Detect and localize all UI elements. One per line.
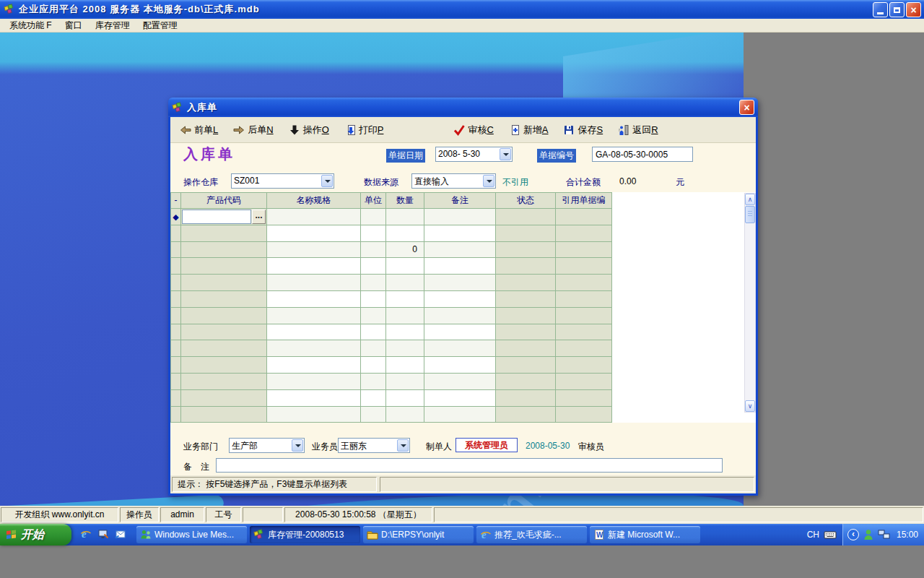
grid-cell[interactable] bbox=[361, 340, 386, 357]
grid-cell[interactable] bbox=[361, 324, 386, 341]
dialog-close-button[interactable]: × bbox=[739, 100, 754, 115]
audit-button[interactable]: 审核C bbox=[453, 124, 493, 137]
grid-cell[interactable] bbox=[267, 407, 361, 423]
grid-cell[interactable] bbox=[361, 357, 386, 374]
chevron-down-icon[interactable] bbox=[321, 175, 333, 187]
grid-cell[interactable] bbox=[267, 258, 361, 275]
grid-cell[interactable] bbox=[181, 258, 267, 275]
grid-cell[interactable] bbox=[556, 275, 612, 291]
prev-doc-button[interactable]: 前单L bbox=[180, 124, 218, 137]
grid-cell[interactable] bbox=[181, 242, 267, 259]
show-desktop-icon[interactable] bbox=[97, 528, 110, 541]
grid-cell[interactable] bbox=[556, 407, 612, 423]
grid-cell[interactable] bbox=[267, 308, 361, 324]
grid-cell[interactable] bbox=[556, 340, 612, 357]
grid-cell[interactable] bbox=[556, 258, 612, 275]
grid-cell[interactable] bbox=[361, 374, 386, 390]
row-selector[interactable] bbox=[171, 291, 181, 308]
grid-cell[interactable] bbox=[386, 209, 424, 225]
grid-cell[interactable] bbox=[386, 390, 424, 407]
grid-cell[interactable] bbox=[496, 209, 556, 225]
scrollbar-thumb[interactable] bbox=[745, 206, 755, 223]
row-selector[interactable] bbox=[171, 258, 181, 275]
row-selector[interactable] bbox=[171, 390, 181, 407]
grid-cell[interactable] bbox=[181, 374, 267, 390]
doc-no-input[interactable] bbox=[592, 147, 693, 162]
row-selector[interactable] bbox=[171, 357, 181, 374]
product-code-input[interactable] bbox=[182, 210, 251, 224]
grid-cell[interactable] bbox=[361, 242, 386, 259]
grid-cell[interactable] bbox=[556, 291, 612, 308]
grid-cell[interactable] bbox=[556, 242, 612, 259]
ie-icon[interactable]: e bbox=[80, 528, 93, 541]
grid-cell[interactable] bbox=[361, 225, 386, 242]
grid-cell[interactable] bbox=[556, 225, 612, 242]
grid-cell[interactable] bbox=[386, 324, 424, 341]
start-button[interactable]: 开始 bbox=[0, 524, 71, 545]
grid-cell[interactable] bbox=[386, 275, 424, 291]
row-selector[interactable] bbox=[171, 340, 181, 357]
grid-cell[interactable] bbox=[496, 324, 556, 341]
grid-cell[interactable] bbox=[556, 308, 612, 324]
grid-cell[interactable] bbox=[267, 225, 361, 242]
grid-cell[interactable] bbox=[181, 275, 267, 291]
row-selector[interactable] bbox=[171, 324, 181, 341]
grid-cell[interactable] bbox=[386, 340, 424, 357]
grid-cell[interactable] bbox=[181, 340, 267, 357]
grid-cell[interactable] bbox=[424, 275, 496, 291]
hide-icons-chevron-icon[interactable]: ‹ bbox=[847, 529, 859, 540]
grid-cell[interactable] bbox=[424, 390, 496, 407]
product-code-editor[interactable]: ... bbox=[181, 209, 266, 225]
grid-cell[interactable] bbox=[181, 407, 267, 423]
grid-cell[interactable] bbox=[424, 258, 496, 275]
grid-cell[interactable] bbox=[496, 308, 556, 324]
grid-cell[interactable] bbox=[424, 374, 496, 390]
grid-cell[interactable] bbox=[267, 374, 361, 390]
grid-cell[interactable] bbox=[556, 390, 612, 407]
outlook-icon[interactable] bbox=[115, 528, 128, 541]
grid-cell[interactable] bbox=[386, 291, 424, 308]
grid-cell[interactable] bbox=[267, 209, 361, 225]
grid-cell[interactable] bbox=[386, 407, 424, 423]
grid-cell[interactable] bbox=[181, 308, 267, 324]
remark-input[interactable] bbox=[216, 458, 723, 473]
grid-cell[interactable] bbox=[361, 390, 386, 407]
grid-cell[interactable] bbox=[556, 324, 612, 341]
grid-cell[interactable] bbox=[181, 357, 267, 374]
menu-item-1[interactable]: 窗口 bbox=[58, 19, 89, 33]
dept-select[interactable]: 生产部 bbox=[229, 438, 305, 453]
row-selector[interactable] bbox=[171, 225, 181, 242]
clerk-select[interactable]: 王丽东 bbox=[338, 438, 410, 453]
grid-cell[interactable] bbox=[424, 308, 496, 324]
return-button[interactable]: 返回R bbox=[618, 124, 658, 137]
grid-cell[interactable] bbox=[424, 357, 496, 374]
restore-button[interactable] bbox=[889, 2, 905, 17]
task-button-0[interactable]: Windows Live Mes... bbox=[136, 526, 247, 543]
grid-cell[interactable] bbox=[386, 225, 424, 242]
grid-cell[interactable] bbox=[424, 242, 496, 259]
grid-cell[interactable] bbox=[496, 225, 556, 242]
add-new-button[interactable]: 新增A bbox=[509, 124, 549, 137]
grid-cell[interactable] bbox=[424, 324, 496, 341]
grid-cell[interactable] bbox=[424, 407, 496, 423]
grid-cell[interactable]: ... bbox=[181, 209, 267, 225]
task-button-3[interactable]: e推荐_吹毛求疵-... bbox=[476, 526, 587, 543]
menu-item-2[interactable]: 库存管理 bbox=[89, 19, 136, 33]
grid-cell[interactable] bbox=[267, 275, 361, 291]
language-indicator[interactable]: CH bbox=[807, 530, 819, 540]
grid-cell[interactable] bbox=[424, 291, 496, 308]
grid-cell[interactable] bbox=[361, 209, 386, 225]
menu-item-3[interactable]: 配置管理 bbox=[136, 19, 184, 33]
grid-cell[interactable] bbox=[267, 340, 361, 357]
grid-cell[interactable] bbox=[267, 390, 361, 407]
row-selector[interactable] bbox=[171, 407, 181, 423]
grid-cell[interactable] bbox=[496, 374, 556, 390]
grid-cell[interactable] bbox=[361, 275, 386, 291]
next-doc-button[interactable]: 后单N bbox=[233, 124, 273, 137]
grid-cell[interactable] bbox=[361, 308, 386, 324]
grid-cell[interactable] bbox=[496, 275, 556, 291]
warehouse-select[interactable]: SZ001 bbox=[231, 173, 334, 189]
grid-cell[interactable] bbox=[386, 374, 424, 390]
grid-cell[interactable] bbox=[496, 407, 556, 423]
grid-cell[interactable]: 0 bbox=[386, 242, 424, 259]
